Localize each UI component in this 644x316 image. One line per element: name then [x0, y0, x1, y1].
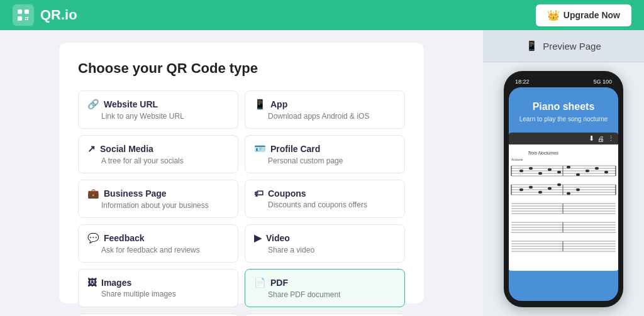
qr-type-desc-pdf: Share PDF document — [254, 290, 396, 299]
qr-type-coupons[interactable]: 🏷 Coupons Discounts and coupons offers — [245, 180, 405, 218]
more-icon: ⋮ — [608, 134, 614, 143]
qr-type-title-business-page: 💼 Business Page — [87, 188, 229, 199]
svg-point-44 — [519, 188, 523, 191]
print-icon: 🖨 — [597, 135, 604, 143]
phone-notch — [545, 77, 582, 87]
qr-type-desc-images: Share multiple images — [87, 290, 229, 298]
qr-type-icon-coupons: 🏷 — [254, 188, 264, 199]
page-title: Choose your QR Code type — [78, 60, 405, 77]
svg-rect-0 — [18, 9, 22, 14]
svg-rect-2 — [18, 16, 22, 21]
qr-type-desc-business-page: Information about your business — [87, 201, 229, 210]
svg-rect-4 — [27, 17, 28, 18]
svg-rect-3 — [25, 17, 26, 18]
qr-type-icon-website-url: 🔗 — [87, 99, 99, 110]
qr-type-video[interactable]: ▶ Video Share a video — [245, 224, 405, 263]
preview-page-button[interactable]: 📱 Preview Page — [483, 30, 644, 62]
preview-label: Preview Page — [543, 41, 601, 52]
qr-type-social-media[interactable]: ↗ Social Media A tree for all your socia… — [78, 135, 238, 173]
qr-type-desc-social-media: A tree for all your socials — [87, 156, 229, 165]
svg-text:Trois Nocturnes: Trois Nocturnes — [528, 151, 558, 155]
phone-mockup: 18:22 5G 100 Piano sheets Learn to play … — [504, 71, 623, 307]
qr-type-card: Choose your QR Code type 🔗 Website URL L… — [59, 43, 424, 303]
qr-type-desc-coupons: Discounts and coupons offers — [254, 200, 396, 209]
svg-point-36 — [538, 172, 542, 175]
svg-point-37 — [548, 168, 552, 171]
qr-type-title-profile-card: 🪪 Profile Card — [254, 143, 396, 155]
qr-type-icon-app: 📱 — [254, 99, 266, 110]
qr-type-icon-profile-card: 🪪 — [254, 143, 266, 155]
phone-icon: 📱 — [526, 40, 538, 52]
qr-type-title-app: 📱 App — [254, 99, 396, 110]
svg-rect-1 — [25, 9, 29, 14]
qr-type-desc-video: Share a video — [254, 246, 396, 254]
upgrade-label: Upgrade Now — [564, 10, 620, 20]
qr-type-pdf[interactable]: 📄 PDF Share PDF document — [245, 269, 405, 307]
logo-icon — [13, 4, 34, 26]
main-layout: Choose your QR Code type 🔗 Website URL L… — [0, 30, 644, 316]
logo-text: QR.io — [40, 7, 77, 23]
svg-rect-6 — [27, 19, 28, 20]
qr-type-icon-social-media: ↗ — [87, 143, 96, 155]
qr-types-grid: 🔗 Website URL Link to any Website URL 📱 … — [78, 90, 405, 316]
qr-type-business-page[interactable]: 💼 Business Page Information about your b… — [78, 180, 238, 218]
phone-title: Piano sheets — [518, 101, 609, 112]
svg-text:Andante: Andante — [511, 158, 523, 161]
pdf-preview: Trois Nocturnes Andante — [509, 144, 618, 270]
qr-type-icon-images: 🖼 — [87, 277, 97, 288]
content-area: Choose your QR Code type 🔗 Website URL L… — [0, 30, 483, 316]
svg-point-43 — [604, 171, 608, 173]
svg-point-47 — [548, 187, 552, 190]
qr-type-title-website-url: 🔗 Website URL — [87, 99, 229, 110]
pdf-toolbar: ⬇ 🖨 ⋮ — [509, 133, 618, 144]
upgrade-button[interactable]: 👑 Upgrade Now — [536, 4, 631, 26]
right-panel: 📱 Preview Page 18:22 5G 100 Piano sheets… — [483, 30, 644, 316]
svg-point-49 — [567, 192, 570, 195]
svg-rect-5 — [25, 19, 26, 20]
logo: QR.io — [13, 4, 77, 26]
svg-point-48 — [557, 183, 561, 186]
phone-time: 18:22 — [515, 79, 530, 85]
qr-type-icon-feedback: 💬 — [87, 232, 99, 244]
qr-type-title-feedback: 💬 Feedback — [87, 232, 229, 244]
qr-type-desc-feedback: Ask for feedback and reviews — [87, 246, 229, 254]
qr-type-desc-website-url: Link to any Website URL — [87, 112, 229, 121]
svg-point-42 — [595, 167, 599, 170]
qr-type-website-url[interactable]: 🔗 Website URL Link to any Website URL — [78, 90, 238, 129]
qr-type-desc-profile-card: Personal custom page — [254, 156, 396, 165]
qr-type-icon-pdf: 📄 — [254, 277, 266, 288]
phone-signal: 5G 100 — [593, 79, 612, 85]
qr-type-title-pdf: 📄 PDF — [254, 277, 396, 288]
qr-type-desc-app: Download apps Android & iOS — [254, 112, 396, 121]
qr-type-multiple-links[interactable]: 🔗 Multiple Links Share multiple links — [78, 313, 238, 316]
svg-point-41 — [586, 170, 589, 172]
download-icon: ⬇ — [589, 134, 594, 143]
qr-type-title-images: 🖼 Images — [87, 277, 229, 288]
qr-type-icon-video: ▶ — [254, 232, 262, 244]
svg-point-40 — [576, 173, 580, 176]
svg-point-46 — [538, 191, 542, 193]
phone-screen-header: Piano sheets Learn to play the song noct… — [509, 87, 618, 133]
svg-point-38 — [557, 171, 561, 173]
phone-screen-content: ⬇ 🖨 ⋮ Trois Nocturnes Andante — [509, 133, 618, 271]
qr-type-title-coupons: 🏷 Coupons — [254, 188, 396, 199]
qr-type-title-social-media: ↗ Social Media — [87, 143, 229, 155]
qr-type-images[interactable]: 🖼 Images Share multiple images — [78, 269, 238, 307]
qr-type-feedback[interactable]: 💬 Feedback Ask for feedback and reviews — [78, 224, 238, 263]
phone-subtitle: Learn to play the song nocturne — [518, 116, 609, 123]
svg-point-39 — [567, 166, 570, 168]
qr-type-event[interactable]: 📅 Event Promote any event — [245, 313, 405, 316]
phone-screen: Piano sheets Learn to play the song noct… — [509, 87, 618, 301]
qr-type-app[interactable]: 📱 App Download apps Android & iOS — [245, 90, 405, 129]
qr-type-icon-business-page: 💼 — [87, 188, 99, 199]
crown-icon: 👑 — [547, 9, 560, 21]
svg-point-35 — [529, 167, 533, 170]
qr-type-profile-card[interactable]: 🪪 Profile Card Personal custom page — [245, 135, 405, 173]
svg-point-45 — [529, 186, 533, 188]
qr-type-title-video: ▶ Video — [254, 232, 396, 244]
header: QR.io 👑 Upgrade Now — [0, 0, 644, 30]
svg-point-50 — [576, 188, 580, 191]
svg-point-34 — [519, 170, 523, 172]
